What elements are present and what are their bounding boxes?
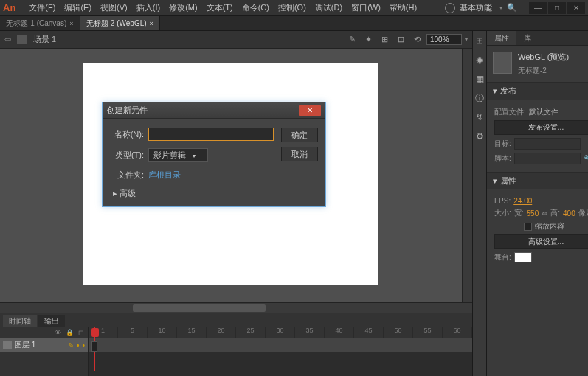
section-attrs-header[interactable]: ▾ 属性 (487, 173, 588, 189)
symbol-name-input[interactable] (148, 128, 274, 141)
cancel-button[interactable]: 取消 (281, 147, 318, 161)
ruler-tick: 60 (443, 327, 472, 338)
ruler-tick: 10 (148, 327, 177, 338)
frame-row[interactable] (89, 338, 472, 352)
transform-panel-icon[interactable]: ↯ (473, 111, 486, 124)
menu-commands[interactable]: 命令(C) (238, 2, 274, 13)
close-window-button[interactable]: ✕ (567, 2, 585, 14)
chevron-down-icon[interactable]: ▾ (465, 36, 468, 43)
menu-modify[interactable]: 修改(M) (165, 2, 202, 13)
fps-label: FPS: (494, 197, 511, 205)
document-tabs: 无标题-1 (Canvas) × 无标题-2 (WebGL) × (0, 16, 588, 31)
doc-tab-1[interactable]: 无标题-1 (Canvas) × (0, 16, 80, 30)
back-icon[interactable]: ⇦ (4, 35, 11, 44)
ok-button[interactable]: 确定 (281, 128, 318, 142)
menu-help[interactable]: 帮助(H) (385, 2, 421, 13)
timeline-ruler[interactable]: 1 5 10 15 20 25 30 35 40 45 50 55 60 (89, 327, 472, 338)
stage-toolbar: ⇦ 场景 1 ✎ ✦ ⊞ ⊡ ⟲ ▾ (0, 31, 472, 49)
layer-name[interactable]: 图层 1 (15, 340, 35, 350)
tab-library[interactable]: 库 (516, 31, 539, 45)
horizontal-scrollbar[interactable] (0, 302, 472, 313)
close-icon[interactable]: × (69, 20, 73, 27)
tab-output[interactable]: 输出 (38, 315, 65, 327)
chevron-down-icon: ▾ (193, 153, 196, 159)
search-icon[interactable]: 🔍 (507, 3, 517, 13)
menu-view[interactable]: 视图(V) (96, 2, 132, 13)
section-publish-header[interactable]: ▾ 发布 (487, 83, 588, 100)
layer-row[interactable]: 图层 1 ✎ •• (0, 338, 88, 352)
timeline-layers: 👁 🔒 ◻ 图层 1 ✎ •• (0, 327, 89, 376)
menu-control[interactable]: 控制(O) (274, 2, 311, 13)
width-value[interactable]: 550 (527, 209, 539, 217)
app-logo: An (3, 2, 15, 13)
advanced-settings-button[interactable]: 高级设置... (494, 234, 588, 249)
menu-text[interactable]: 文本(T) (202, 2, 238, 13)
workspace-switcher[interactable]: 基本功能 (460, 2, 492, 13)
fit-icon[interactable]: ⊞ (378, 34, 391, 46)
ruler-tick: 45 (354, 327, 384, 338)
scrollbar-thumb[interactable] (133, 304, 266, 312)
menu-window[interactable]: 窗口(W) (347, 2, 385, 13)
advanced-toggle[interactable]: ▸ 高级 (110, 188, 274, 199)
select-value: 影片剪辑 (153, 150, 186, 159)
stage-color-swatch[interactable] (514, 252, 532, 262)
ruler-tick: 35 (295, 327, 325, 338)
ruler-tick: 40 (325, 327, 354, 338)
lock-icon[interactable]: 🔒 (66, 329, 74, 336)
keyframe[interactable] (91, 341, 97, 352)
center-icon[interactable]: ⊡ (394, 34, 407, 46)
folder-link[interactable]: 库根目录 (148, 170, 181, 181)
symbol-icon[interactable]: ✦ (362, 34, 375, 46)
tab-properties[interactable]: 属性 (487, 31, 516, 45)
scale-content-label: 缩放内容 (535, 221, 564, 231)
dialog-close-button[interactable]: ✕ (299, 105, 321, 116)
vertical-scrollbar[interactable] (462, 49, 472, 302)
symbol-type-select[interactable]: 影片剪辑 ▾ (148, 148, 208, 162)
profile-label: 配置文件: (494, 107, 526, 117)
scale-content-checkbox[interactable] (524, 223, 532, 231)
menu-insert[interactable]: 插入(I) (132, 2, 165, 13)
height-value[interactable]: 400 (563, 209, 575, 217)
ruler-tick: 30 (266, 327, 295, 338)
info-panel-icon[interactable]: ⓘ (473, 91, 486, 105)
maximize-button[interactable]: □ (548, 2, 566, 14)
section-title: 属性 (500, 175, 516, 187)
edit-scene-icon[interactable]: ✎ (345, 34, 359, 46)
components-panel-icon[interactable]: ⚙ (473, 130, 486, 143)
ruler-tick: 25 (236, 327, 266, 338)
scene-label[interactable]: 场景 1 (33, 34, 56, 45)
playhead-handle[interactable] (91, 328, 99, 337)
size-label: 大小: (494, 208, 511, 218)
menu-file[interactable]: 文件(F) (24, 2, 60, 13)
wrench-icon[interactable]: 🔧 (584, 155, 588, 163)
target-select (514, 138, 581, 150)
color-panel-icon[interactable]: ◉ (473, 53, 486, 66)
section-title: 发布 (500, 86, 516, 97)
fps-value[interactable]: 24.00 (513, 197, 532, 205)
eye-icon[interactable]: 👁 (55, 329, 61, 336)
ruler-tick: 15 (177, 327, 207, 338)
link-icon[interactable]: ⇔ (542, 209, 547, 217)
timeline-frames[interactable]: 1 5 10 15 20 25 30 35 40 45 50 55 60 (89, 327, 472, 376)
zoom-input[interactable] (426, 34, 462, 45)
swatches-panel-icon[interactable]: ▦ (473, 72, 486, 86)
menu-debug[interactable]: 调试(D) (311, 2, 347, 13)
tab-timeline[interactable]: 时间轴 (3, 315, 37, 327)
publish-settings-button[interactable]: 发布设置... (494, 120, 588, 135)
properties-panel: 属性 库 WebGL (预览) 无标题-2 ▾ 发布 配置文件: 默认文件 发布… (487, 31, 588, 376)
doc-tab-2[interactable]: 无标题-2 (WebGL) × (80, 16, 160, 30)
scene-icon[interactable] (17, 35, 27, 44)
close-icon[interactable]: × (150, 20, 153, 27)
menu-edit[interactable]: 编辑(E) (60, 2, 96, 13)
sync-icon[interactable] (445, 3, 455, 13)
outline-icon[interactable]: ◻ (78, 329, 83, 336)
dialog-titlebar[interactable]: 创建新元件 ✕ (103, 102, 325, 119)
layer-icon (3, 341, 12, 349)
minimize-button[interactable]: — (529, 2, 547, 14)
panel-strip: ⊞ ◉ ▦ ⓘ ↯ ⚙ (472, 31, 487, 376)
doc-type-label: WebGL (预览) (518, 52, 569, 63)
align-panel-icon[interactable]: ⊞ (473, 34, 486, 47)
doc-tab-label: 无标题-2 (WebGL) (86, 18, 147, 29)
unit-label: 像素 (578, 208, 588, 218)
rotate-icon[interactable]: ⟲ (410, 34, 423, 46)
